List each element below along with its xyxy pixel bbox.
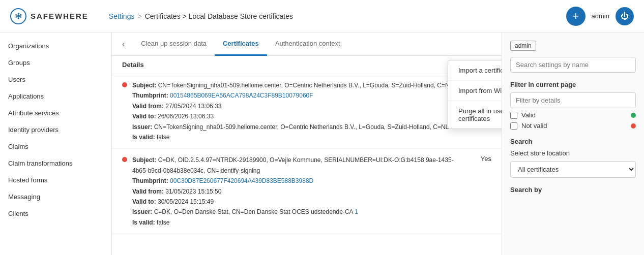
cert-valid-to-label-2: Valid to: 30/05/2024 15:15:49 [132,198,214,205]
not-valid-checkbox[interactable] [510,122,517,130]
cert-valid-from-label-1: Valid from: 27/05/2024 13:06:33 [132,103,221,110]
dropdown-import-windows[interactable]: Import from Windows stores [448,81,502,101]
power-button[interactable]: ⏻ [616,7,634,25]
tab-certificates[interactable]: Certificates [215,33,267,56]
valid-label: Valid [521,111,627,119]
sidebar-item-messaging[interactable]: Messaging [0,188,111,205]
cert-status-dot-1 [122,82,127,87]
user-name: admin [592,12,609,20]
cert-issuer-label-2: Issuer: C=DK, O=Den Danske Stat, CN=Den … [132,208,358,215]
breadcrumb-current: Certificates > Local Database Store cert… [145,12,293,20]
cert-thumbprint-link-1[interactable]: 00154865B069EA56ACA798A24C3F89B10079060F [170,92,313,99]
tab-auth-context[interactable]: Authentication context [267,33,348,56]
cert-subject-label-1: Subject: CN=TokenSigning_nha01-509.hello… [132,82,453,89]
sidebar-item-identity-providers[interactable]: Identity providers [0,121,111,138]
cert-in-use-2: Yes [461,155,491,163]
breadcrumb-settings-link[interactable]: Settings [109,12,135,20]
table-row: Subject: CN=TokenSigning_nha01-509.hello… [112,74,502,149]
sidebar-item-clients[interactable]: Clients [0,205,111,222]
dropdown-menu: Import a certificate Import from Windows… [448,60,502,129]
cert-valid-to-label-1: Valid to: 26/06/2026 13:06:33 [132,113,214,120]
cert-thumbprint-label-2: Thumbprint: 00C30D87E260677F420694A439D8… [132,177,313,184]
search-settings-input[interactable] [510,57,636,73]
logo: ❄ SAFEWHERE [10,8,89,24]
not-valid-checkbox-row: Not valid [510,122,636,130]
sidebar-item-organizations[interactable]: Organizations [0,38,111,54]
dropdown-import-cert[interactable]: Import a certificate [448,60,502,81]
valid-dot-icon [631,113,636,118]
dropdown-purge-certs[interactable]: Purge all in use expired certificates [448,101,502,129]
sidebar-item-groups[interactable]: Groups [0,54,111,71]
valid-checkbox[interactable] [510,112,517,119]
cert-details-2: Subject: C=DK, OID.2.5.4.97=NTRDK-291899… [132,155,461,228]
sidebar-item-hosted-forms[interactable]: Hosted forms [0,172,111,188]
valid-checkbox-row: Valid [510,111,636,119]
cert-valid-from-label-2: Valid from: 31/05/2023 15:15:50 [132,188,221,195]
cert-issuer-label-1: Issuer: CN=TokenSigning_nha01-509.hellom… [132,123,449,131]
search-by-label: Search by [510,186,636,194]
cert-details-1: Subject: CN=TokenSigning_nha01-509.hello… [132,80,461,142]
cert-is-valid-label-1: Is valid: false [132,134,169,141]
col-details-header: Details [122,61,144,69]
add-button[interactable]: + [566,7,586,26]
cert-is-valid-label-2: Is valid: false [132,219,169,226]
right-panel: admin Filter in current page Valid Not v… [502,33,644,255]
not-valid-dot-icon [631,123,636,129]
logo-icon: ❄ [10,8,26,24]
cert-thumbprint-label-1: Thumbprint: 00154865B069EA56ACA798A24C3F… [132,92,313,99]
cert-thumbprint-link-2[interactable]: 00C30D87E260677F420694A439D83BE588B3988D [170,177,313,184]
tabs-bar: ‹ Clean up session data Certificates Aut… [112,33,502,56]
cert-subject-label-2: Subject: C=DK, OID.2.5.4.97=NTRDK-291899… [132,156,454,174]
sidebar: Organizations Groups Users Applications … [0,33,112,255]
tab-clean-up[interactable]: Clean up session data [133,33,215,56]
back-arrow[interactable]: ‹ [122,40,125,49]
breadcrumb: Settings > Certificates > Local Database… [109,12,566,20]
store-location-select[interactable]: All certificates [510,161,636,178]
header-right: + admin ⏻ [566,7,634,26]
admin-badge: admin [510,41,536,51]
not-valid-label: Not valid [521,122,627,130]
table-header: Details In use [112,56,502,74]
sidebar-item-applications[interactable]: Applications [0,88,111,105]
filter-details-input[interactable] [510,92,636,108]
snowflake-icon: ❄ [15,11,22,22]
store-location-label: Select store location [510,149,636,157]
sidebar-item-attribute-services[interactable]: Attribute services [0,105,111,121]
sidebar-item-claims[interactable]: Claims [0,138,111,155]
cert-issuer-link-2[interactable]: 1 [355,208,358,215]
cert-status-dot-2 [122,157,127,162]
sidebar-item-claim-transformations[interactable]: Claim transformations [0,155,111,172]
main-content: ‹ Clean up session data Certificates Aut… [112,33,502,255]
sidebar-item-users[interactable]: Users [0,71,111,88]
filter-section-label: Filter in current page [510,81,636,88]
table-row: Subject: C=DK, OID.2.5.4.97=NTRDK-291899… [112,149,502,234]
search-section-label: Search [510,138,636,145]
breadcrumb-separator: > [137,12,141,20]
logo-text: SAFEWHERE [31,12,89,20]
